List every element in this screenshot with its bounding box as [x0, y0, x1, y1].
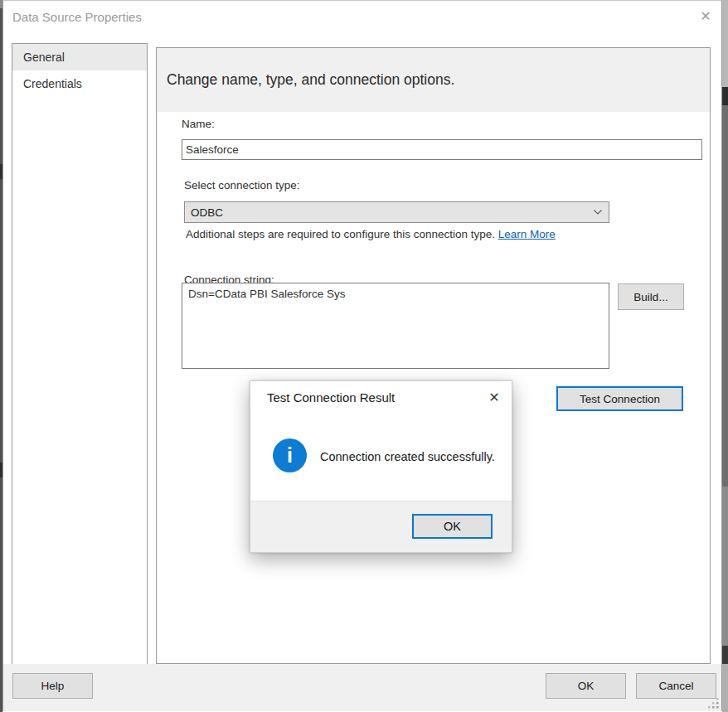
- learn-more-link[interactable]: Learn More: [498, 228, 556, 240]
- modal-titlebar[interactable]: Test Connection Result ✕: [250, 381, 512, 414]
- connection-type-helper-text: Additional steps are required to configu…: [186, 228, 556, 240]
- ok-button[interactable]: OK: [546, 673, 626, 699]
- connection-type-select[interactable]: ODBC: [184, 201, 609, 223]
- name-input[interactable]: [182, 139, 702, 160]
- help-button[interactable]: Help: [12, 673, 93, 699]
- modal-ok-button[interactable]: OK: [412, 514, 493, 539]
- dialog-titlebar[interactable]: Data Source Properties ✕: [3, 1, 721, 36]
- background-edge-segment: [722, 664, 728, 712]
- cancel-button[interactable]: Cancel: [636, 673, 716, 699]
- sidebar-nav: General Credentials: [12, 43, 148, 665]
- connection-type-label: Select connection type:: [184, 179, 300, 191]
- helper-text: Additional steps are required to configu…: [186, 228, 498, 240]
- test-connection-button[interactable]: Test Connection: [556, 386, 683, 411]
- resize-grip[interactable]: [708, 698, 720, 710]
- modal-close-icon[interactable]: ✕: [482, 385, 507, 409]
- sidebar-item-general[interactable]: General: [12, 44, 147, 70]
- modal-footer: OK: [250, 501, 512, 552]
- connection-type-value: ODBC: [191, 206, 223, 219]
- modal-title: Test Connection Result: [267, 390, 395, 404]
- background-edge-segment: [722, 87, 728, 105]
- sidebar-item-label: General: [23, 51, 65, 64]
- test-connection-result-dialog: Test Connection Result ✕ i Connection cr…: [250, 380, 512, 553]
- chevron-down-icon: [593, 209, 603, 216]
- background-edge-segment: [722, 105, 728, 487]
- close-icon[interactable]: ✕: [693, 4, 718, 27]
- dialog-title: Data Source Properties: [12, 10, 142, 24]
- dialog-footer: Help OK Cancel: [3, 664, 721, 711]
- sidebar-item-credentials[interactable]: Credentials: [12, 70, 147, 97]
- info-icon: i: [273, 438, 307, 472]
- name-label: Name:: [182, 118, 215, 130]
- background-edge-segment: [722, 646, 728, 664]
- panel-heading: Change name, type, and connection option…: [157, 48, 710, 112]
- screen: Data Source Properties ✕ General Credent…: [0, 0, 728, 712]
- background-edge-segment: [722, 0, 728, 87]
- modal-message: Connection created successfully.: [320, 450, 495, 463]
- background-app-right-edge: [722, 0, 728, 712]
- sidebar-item-label: Credentials: [23, 77, 82, 90]
- data-source-properties-dialog: Data Source Properties ✕ General Credent…: [2, 0, 722, 711]
- connection-string-textarea[interactable]: Dsn=CData PBI Salesforce Sys: [182, 283, 609, 369]
- build-button[interactable]: Build...: [618, 283, 684, 310]
- general-settings-panel: Change name, type, and connection option…: [156, 47, 711, 664]
